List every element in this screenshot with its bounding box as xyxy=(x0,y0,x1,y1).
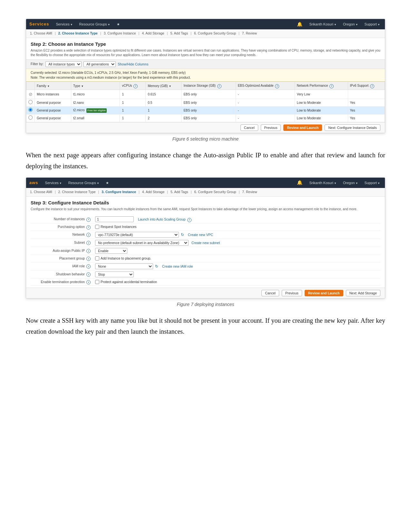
spot-instances-checkbox[interactable] xyxy=(95,225,99,229)
network-info-icon2[interactable]: i xyxy=(86,233,91,237)
spot-instances-checkbox-label[interactable]: Request Spot Instances xyxy=(95,224,380,230)
wizard-step2-7[interactable]: 7. Review xyxy=(242,190,257,195)
create-vpc-button[interactable]: Create new VPC xyxy=(188,233,213,237)
col-memory[interactable]: Memory (GiB) xyxy=(146,82,181,90)
table-row[interactable]: General purpose t2.nano 1 0.5 EBS only -… xyxy=(26,99,385,106)
wizard-step1-6[interactable]: 6. Configure Security Group xyxy=(194,31,236,36)
previous-button2[interactable]: Previous xyxy=(282,290,302,296)
placement-value: Add Instance to placement group. xyxy=(95,256,380,261)
public-ip-select[interactable]: Enable Disable Use subnet setting xyxy=(95,248,127,254)
row4-select[interactable] xyxy=(26,114,35,122)
subnet-select[interactable]: No preference (default subnet in any Ava… xyxy=(95,240,189,246)
wizard-step2-5[interactable]: 5. Add Tags xyxy=(171,190,188,195)
show-hide-columns-button[interactable]: Show/Hide Columns xyxy=(118,62,148,66)
resource-groups-nav2[interactable]: Resource Groups xyxy=(67,180,101,186)
create-subnet-button[interactable]: Create new subnet xyxy=(191,241,220,245)
wizard-step2-1[interactable]: 1. Choose AMI xyxy=(30,190,52,195)
row4-vcpus: 1 xyxy=(120,114,146,122)
row4-radio[interactable] xyxy=(28,115,33,120)
user-nav2[interactable]: Srikanth Kosuri xyxy=(308,180,338,186)
services-nav2[interactable]: Services xyxy=(44,180,64,186)
bell-icon2[interactable]: 🔔 xyxy=(297,179,302,186)
purchasing-info-icon[interactable]: i xyxy=(86,225,91,230)
row4-ipv6: Yes xyxy=(348,114,385,122)
row3-radio[interactable] xyxy=(28,108,33,112)
termination-info-icon[interactable]: i xyxy=(86,280,91,284)
figure6-caption: Figure 6 selecting micro machine xyxy=(26,136,385,143)
public-ip-info-icon[interactable]: i xyxy=(86,249,91,253)
table-row[interactable]: General purpose t2.micro Free tier eligi… xyxy=(26,106,385,114)
generation-filter[interactable]: All generations xyxy=(83,61,116,67)
review-launch-button2[interactable]: Review and Launch xyxy=(305,290,343,296)
col-storage[interactable]: Instance Storage (GB) i xyxy=(181,82,236,90)
next-button1[interactable]: Next: Configure Instance Details xyxy=(325,124,380,131)
row2-select[interactable] xyxy=(26,99,35,106)
cancel-button1[interactable]: Cancel xyxy=(240,124,258,131)
row1-select[interactable]: ⊘ xyxy=(26,90,35,99)
wizard-step2-6[interactable]: 6. Configure Security Group xyxy=(194,190,236,195)
wizard-step1-1[interactable]: 1. Choose AMI xyxy=(30,31,52,36)
col-ipv6[interactable]: IPv6 Support i xyxy=(348,82,385,90)
wizard-step1-3[interactable]: 3. Configure Instance xyxy=(104,31,136,36)
network-select[interactable]: vpc-7719273e (default) xyxy=(95,232,179,238)
cancel-button2[interactable]: Cancel xyxy=(261,290,279,296)
instances-value: Launch into Auto Scaling Group i xyxy=(95,216,380,222)
free-tier-badge: Free tier eligible xyxy=(86,108,107,113)
network-refresh-icon[interactable]: ↻ xyxy=(181,232,184,237)
col-type[interactable]: Type xyxy=(71,82,120,90)
bell-icon1[interactable]: 🔔 xyxy=(297,21,302,28)
subnet-info-icon[interactable]: i xyxy=(86,241,91,245)
shutdown-select[interactable]: Stop Terminate xyxy=(95,271,134,277)
wizard-step1-4[interactable]: 4. Add Storage xyxy=(142,31,164,36)
placement-checkbox-label[interactable]: Add Instance to placement group. xyxy=(95,256,380,261)
col-vcpus[interactable]: vCPUs i xyxy=(120,82,146,90)
instance-table-container: Family Type vCPUs i Memory (GiB) Instanc… xyxy=(26,82,385,122)
col-ebs[interactable]: EBS-Optimized Available i xyxy=(236,82,295,90)
create-iam-button[interactable]: Create new IAM role xyxy=(162,264,193,268)
region-nav2[interactable]: Oregon xyxy=(341,180,360,186)
wizard-step2-2[interactable]: 2. Choose Instance Type xyxy=(58,190,96,195)
table-row[interactable]: ⊘ Micro instances t1.micro 1 0.615 EBS o… xyxy=(26,90,385,99)
region-nav1[interactable]: Oregon xyxy=(341,22,360,27)
table-row[interactable]: General purpose t2.small 1 2 EBS only - … xyxy=(26,114,385,122)
col-network[interactable]: Network Performance i xyxy=(295,82,348,90)
review-launch-button1[interactable]: Review and Launch xyxy=(283,124,322,131)
star-nav1[interactable]: ★ xyxy=(115,22,122,27)
iam-select[interactable]: None xyxy=(95,263,153,269)
vcpus-info-icon[interactable]: i xyxy=(133,84,138,88)
support-nav1[interactable]: Support xyxy=(363,22,382,27)
user-nav1[interactable]: Srikanth Kosuri xyxy=(308,22,338,27)
placement-checkbox[interactable] xyxy=(95,256,99,261)
auto-scaling-link[interactable]: Launch into Auto Scaling Group i xyxy=(138,217,191,221)
instances-input[interactable] xyxy=(95,216,134,222)
col-family[interactable]: Family xyxy=(35,82,71,90)
row3-select[interactable] xyxy=(26,106,35,114)
star-nav2[interactable]: ★ xyxy=(104,180,111,186)
wizard-step1-2[interactable]: 2. Choose Instance Type xyxy=(58,31,98,36)
asg-info-icon[interactable]: i xyxy=(187,218,191,222)
shutdown-info-icon[interactable]: i xyxy=(86,272,91,277)
termination-checkbox-label[interactable]: Protect against accidental termination xyxy=(95,280,380,285)
ipv6-info-icon[interactable]: i xyxy=(370,84,374,88)
placement-info-icon[interactable]: i xyxy=(86,257,91,261)
wizard-step1-5[interactable]: 5. Add Tags xyxy=(170,31,188,36)
ebs-info-icon[interactable]: i xyxy=(275,84,279,88)
previous-button1[interactable]: Previous xyxy=(261,124,281,131)
support-nav2[interactable]: Support xyxy=(363,180,382,186)
services-nav1[interactable]: Services xyxy=(54,22,74,27)
step1-desc: Amazon EC2 provides a wide selection of … xyxy=(26,48,385,59)
resource-groups-nav1[interactable]: Resource Groups xyxy=(78,22,112,27)
next-button2[interactable]: Next: Add Storage xyxy=(346,290,380,296)
termination-checkbox[interactable] xyxy=(95,280,99,284)
instance-type-filter[interactable]: All instance types xyxy=(45,61,82,67)
storage-info-icon[interactable]: i xyxy=(217,84,221,88)
network-info-icon[interactable]: i xyxy=(329,84,334,88)
wizard-step2-3[interactable]: 3. Configure Instance xyxy=(102,190,136,195)
row1-vcpus: 1 xyxy=(120,90,146,99)
row2-radio[interactable] xyxy=(28,100,33,104)
wizard-step2-4[interactable]: 4. Add Storage xyxy=(142,190,164,195)
iam-info-icon[interactable]: i xyxy=(86,264,91,269)
instances-info-icon[interactable]: i xyxy=(86,218,91,222)
iam-refresh-icon[interactable]: ↻ xyxy=(155,264,158,269)
wizard-step1-7[interactable]: 7. Review xyxy=(242,31,257,36)
